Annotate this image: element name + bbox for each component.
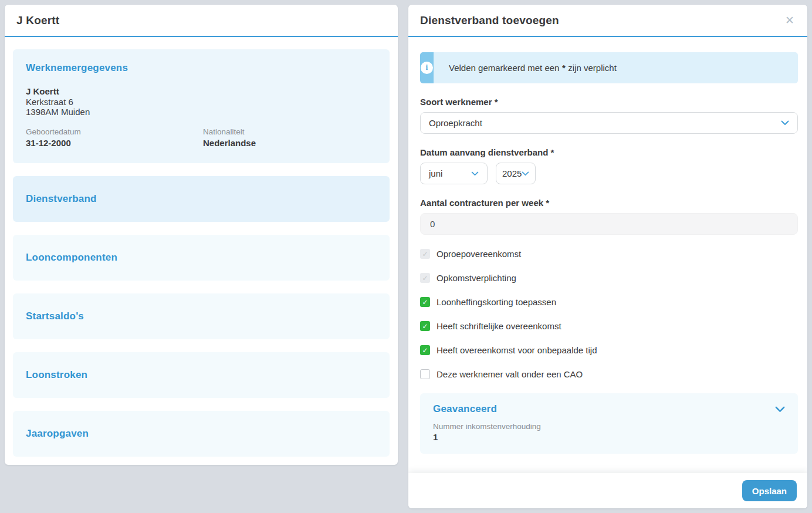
income-relation-label: Nummer inkomstenverhouding (433, 422, 785, 431)
employee-panel-header: J Koertt (5, 5, 398, 37)
modal-footer: Opslaan (408, 473, 807, 508)
modal-title: Dienstverband toevoegen (420, 14, 559, 27)
employee-name: J Koertt (26, 86, 377, 97)
modal-header: Dienstverband toevoegen ✕ (408, 5, 807, 37)
nav-item-label: Dienstverband (26, 193, 97, 205)
nationality-field: Nationaliteit Nederlandse (203, 127, 256, 148)
checkbox-group: ✓ Oproepovereenkomst ✓ Opkomstverplichti… (420, 249, 798, 379)
checkbox-label: Loonheffingskorting toepassen (437, 297, 556, 307)
start-date-label: Datum aanvang dienstverband * (420, 147, 798, 157)
nav-item-looncomponenten[interactable]: Looncomponenten (13, 235, 390, 281)
employee-meta-row: Geboortedatum 31-12-2000 Nationaliteit N… (26, 127, 377, 148)
info-icon: i (421, 62, 433, 74)
add-employment-modal: Dienstverband toevoegen ✕ i Velden gemar… (408, 5, 807, 508)
checkbox-unchecked[interactable] (420, 369, 430, 379)
checkbox-row-cao[interactable]: Deze werknemer valt onder een CAO (420, 369, 798, 379)
start-month-select[interactable]: juni (420, 163, 488, 184)
birthdate-value: 31-12-2000 (26, 138, 203, 148)
checkbox-row-oproepovereenkomst: ✓ Oproepovereenkomst (420, 249, 798, 259)
contract-hours-input[interactable]: 0 (420, 213, 798, 235)
nav-item-label: Loonstroken (26, 369, 87, 381)
employee-type-label: Soort werknemer * (420, 97, 798, 107)
info-banner-text: Velden gemarkeerd met een * zijn verplic… (449, 63, 617, 73)
checkbox-checked[interactable]: ✓ (420, 321, 430, 331)
contract-hours-label: Aantal contracturen per week * (420, 198, 798, 208)
nav-item-label: Jaaropgaven (26, 428, 89, 440)
required-asterisk: * (562, 63, 566, 73)
checkbox-label: Deze werknemer valt onder een CAO (437, 369, 583, 379)
info-text-before: Velden gemarkeerd met een (449, 63, 559, 73)
info-banner: i Velden gemarkeerd met een * zijn verpl… (420, 52, 798, 83)
checkbox-label: Oproepovereenkomst (437, 249, 521, 259)
employee-panel-title: J Koertt (16, 14, 59, 27)
nav-item-dienstverband[interactable]: Dienstverband (13, 176, 390, 222)
start-month-value: juni (429, 168, 442, 178)
chevron-down-icon (775, 406, 785, 413)
checkbox-label: Heeft schriftelijke overeenkomst (437, 321, 561, 331)
checkbox-disabled-checked: ✓ (420, 249, 430, 259)
nav-item-startsaldos[interactable]: Startsaldo's (13, 293, 390, 339)
start-date-row: juni 2025 (420, 157, 798, 184)
start-year-value: 2025 (502, 168, 522, 178)
chevron-down-icon (522, 171, 529, 176)
nav-item-label: Looncomponenten (26, 252, 117, 264)
checkbox-label: Heeft overeenkomst voor onbepaalde tijd (437, 345, 597, 355)
employee-type-value: Oproepkracht (429, 118, 482, 128)
income-relation-value: 1 (433, 432, 785, 442)
nationality-value: Nederlandse (203, 138, 256, 148)
info-text-after: zijn verplicht (568, 63, 617, 73)
employee-panel: J Koertt Werknemergegevens J Koertt Kerk… (5, 5, 398, 465)
employee-details-card: Werknemergegevens J Koertt Kerkstraat 6 … (13, 49, 390, 163)
checkbox-checked[interactable]: ✓ (420, 297, 430, 307)
employee-type-select[interactable]: Oproepkracht (420, 112, 798, 134)
modal-body: i Velden gemarkeerd met een * zijn verpl… (408, 37, 807, 473)
checkbox-row-onbepaalde-tijd[interactable]: ✓ Heeft overeenkomst voor onbepaalde tij… (420, 345, 798, 355)
advanced-section: Geavanceerd Nummer inkomstenverhouding 1 (420, 393, 798, 454)
employee-address-line1: Kerkstraat 6 (26, 97, 377, 107)
checkbox-row-opkomstverplichting: ✓ Opkomstverplichting (420, 273, 798, 283)
checkbox-disabled-checked: ✓ (420, 273, 430, 283)
chevron-down-icon (471, 171, 479, 176)
checkbox-row-loonheffingskorting[interactable]: ✓ Loonheffingskorting toepassen (420, 297, 798, 307)
start-year-select[interactable]: 2025 (496, 163, 536, 184)
employee-address-line2: 1398AM Muiden (26, 107, 377, 117)
save-button[interactable]: Opslaan (742, 480, 797, 501)
advanced-heading: Geavanceerd (433, 403, 497, 415)
checkbox-checked[interactable]: ✓ (420, 345, 430, 355)
info-banner-strip: i (420, 52, 434, 83)
nationality-label: Nationaliteit (203, 127, 256, 137)
chevron-down-icon (781, 120, 789, 126)
birthdate-field: Geboortedatum 31-12-2000 (26, 127, 203, 148)
nav-item-label: Startsaldo's (26, 310, 84, 322)
checkbox-label: Opkomstverplichting (437, 273, 516, 283)
nav-item-loonstroken[interactable]: Loonstroken (13, 352, 390, 398)
checkbox-row-schriftelijke-overeenkomst[interactable]: ✓ Heeft schriftelijke overeenkomst (420, 321, 798, 331)
close-icon[interactable]: ✕ (785, 15, 794, 26)
employee-panel-body: Werknemergegevens J Koertt Kerkstraat 6 … (5, 37, 398, 465)
nav-item-jaaropgaven[interactable]: Jaaropgaven (13, 411, 390, 457)
info-banner-content: Velden gemarkeerd met een * zijn verplic… (434, 52, 798, 83)
contract-hours-value: 0 (430, 219, 435, 229)
birthdate-label: Geboortedatum (26, 127, 203, 137)
employee-details-heading: Werknemergegevens (26, 62, 377, 74)
advanced-section-toggle[interactable]: Geavanceerd (433, 403, 785, 415)
